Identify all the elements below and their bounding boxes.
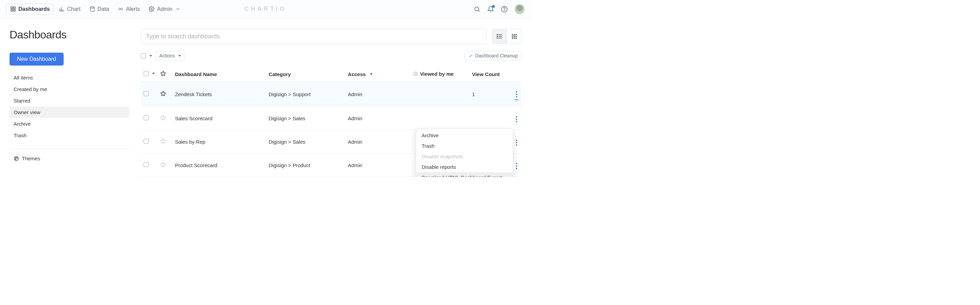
- nav-chart[interactable]: Chart: [55, 4, 84, 14]
- broadcast-icon: [118, 6, 124, 12]
- actions-button[interactable]: Actions: [156, 51, 185, 60]
- nav-admin[interactable]: Admin: [145, 4, 184, 14]
- th-viewed[interactable]: Viewed by me: [410, 66, 469, 82]
- svg-marker-34: [161, 139, 165, 143]
- select-all-checkbox[interactable]: [141, 53, 146, 58]
- dropdown-item[interactable]: Trash: [416, 141, 513, 151]
- th-category[interactable]: Category: [266, 66, 345, 82]
- list-icon: [496, 33, 503, 40]
- cell-name: Product Scorecard: [172, 153, 266, 177]
- row-menu-button[interactable]: [514, 90, 519, 100]
- page-title: Dashboards: [10, 28, 129, 41]
- dropdown-item[interactable]: Disable reports: [416, 162, 513, 172]
- header-checkbox[interactable]: [143, 71, 149, 76]
- cell-count: [469, 107, 505, 130]
- main: Dashboards New Dashboard All itemsCreate…: [0, 18, 531, 177]
- svg-rect-25: [514, 36, 515, 37]
- sidebar-item[interactable]: Archive: [10, 118, 129, 130]
- list-view-button[interactable]: [492, 29, 507, 43]
- star-header-icon[interactable]: [160, 71, 166, 76]
- row-menu-button[interactable]: [514, 115, 519, 123]
- table-row[interactable]: Zendesk TicketsDigisign > SupportAdmin1: [141, 82, 521, 107]
- nav-data[interactable]: Data: [86, 4, 113, 14]
- star-icon[interactable]: [160, 115, 166, 120]
- sidebar-item[interactable]: Created by me: [10, 84, 129, 95]
- svg-rect-2: [11, 9, 13, 11]
- sidebar-item[interactable]: All items: [10, 72, 129, 83]
- cell-category: Digisign > Sales: [266, 130, 345, 153]
- dashboard-cleanup-button[interactable]: Dashboard Cleanup: [465, 51, 521, 60]
- svg-point-20: [497, 38, 498, 38]
- svg-rect-22: [514, 34, 515, 35]
- svg-rect-28: [514, 38, 515, 39]
- new-dashboard-button[interactable]: New Dashboard: [10, 53, 64, 66]
- cell-category: Digisign > Sales: [266, 107, 345, 130]
- dropdown-item: Disable snapshots: [416, 151, 513, 162]
- row-checkbox[interactable]: [143, 139, 149, 144]
- svg-line-8: [479, 10, 480, 11]
- row-checkbox[interactable]: [143, 115, 149, 120]
- th-viewed-label: Viewed by me: [420, 71, 453, 77]
- svg-point-5: [120, 8, 121, 9]
- row-menu-button[interactable]: [514, 138, 519, 147]
- cell-category: Digisign > Support: [266, 82, 345, 107]
- row-checkbox[interactable]: [143, 91, 149, 96]
- cell-access: Admin: [345, 107, 410, 130]
- avatar[interactable]: [514, 4, 525, 14]
- notifications-icon[interactable]: [487, 6, 494, 13]
- chart-icon: [59, 6, 65, 12]
- svg-marker-33: [161, 115, 165, 120]
- cleanup-label: Dashboard Cleanup: [475, 53, 517, 58]
- sidebar-item[interactable]: Trash: [10, 130, 129, 141]
- svg-rect-21: [512, 34, 513, 35]
- help-icon[interactable]: [501, 6, 508, 13]
- grid-view-icon: [511, 33, 517, 40]
- dropdown-item[interactable]: Download HTML Dashboard Export: [416, 172, 513, 177]
- cell-access: Admin: [345, 153, 410, 177]
- cell-viewed: [410, 82, 469, 107]
- nav-label: Data: [98, 6, 109, 12]
- search-row: [141, 28, 521, 44]
- dropdown-item[interactable]: Archive: [416, 130, 513, 141]
- star-icon[interactable]: [160, 138, 166, 144]
- svg-rect-1: [14, 7, 15, 8]
- nav-right: [474, 4, 525, 14]
- svg-point-19: [497, 36, 498, 37]
- star-icon[interactable]: [160, 91, 166, 96]
- sidebar-item[interactable]: Starred: [10, 95, 129, 106]
- caret-down-icon: [178, 55, 181, 57]
- th-count[interactable]: View Count: [469, 66, 505, 82]
- top-nav: Dashboards Chart Data Alerts Admin CHART…: [0, 0, 531, 18]
- search-input[interactable]: [141, 28, 487, 44]
- svg-point-18: [497, 34, 498, 35]
- cell-name: Sales by Rep: [172, 130, 266, 153]
- grid-view-button[interactable]: [507, 29, 521, 43]
- table-row[interactable]: Sales ScorecardDigisign > SalesAdmin: [141, 107, 521, 130]
- row-checkbox[interactable]: [143, 162, 149, 167]
- svg-rect-23: [515, 34, 517, 35]
- star-icon[interactable]: [160, 162, 166, 168]
- chevron-down-icon: [175, 6, 181, 12]
- clock-icon: [413, 71, 418, 76]
- svg-marker-30: [161, 71, 165, 76]
- grid-icon: [10, 6, 16, 12]
- nav-alerts[interactable]: Alerts: [114, 4, 143, 14]
- sidebar-themes[interactable]: Themes: [10, 153, 129, 164]
- svg-rect-26: [515, 36, 517, 37]
- sidebar-item[interactable]: Owner view: [10, 107, 129, 118]
- th-name[interactable]: Dashboard Name: [172, 66, 266, 82]
- caret-down-icon: [152, 73, 155, 74]
- database-icon: [89, 6, 95, 12]
- svg-point-4: [90, 6, 94, 8]
- svg-rect-0: [11, 7, 13, 8]
- toolbar-row: Actions Dashboard Cleanup: [141, 51, 521, 60]
- svg-point-7: [475, 7, 479, 11]
- caret-down-icon: [150, 55, 152, 57]
- th-access[interactable]: Access▼: [345, 66, 410, 82]
- select-all[interactable]: [141, 53, 152, 58]
- nav-left: Dashboards Chart Data Alerts Admin: [6, 4, 185, 14]
- search-icon[interactable]: [474, 6, 480, 13]
- svg-rect-24: [512, 36, 513, 37]
- row-menu-button[interactable]: [514, 162, 519, 171]
- nav-dashboards[interactable]: Dashboards: [6, 4, 54, 14]
